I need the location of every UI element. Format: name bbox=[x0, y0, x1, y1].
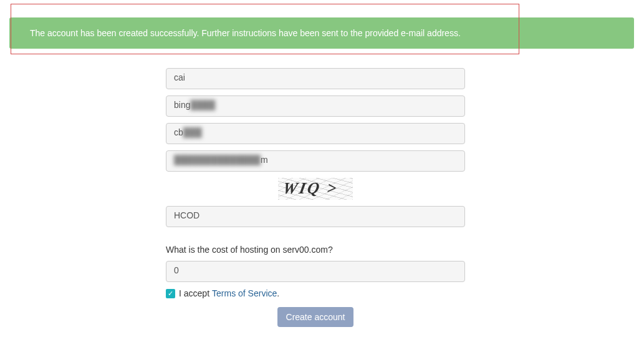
username-visible: cb bbox=[174, 127, 183, 137]
accept-text: I accept bbox=[179, 288, 209, 298]
tos-link[interactable]: Terms of Service bbox=[212, 288, 277, 298]
email-input[interactable]: ██████████████m bbox=[166, 150, 465, 172]
captcha-display-text: WIQ > bbox=[281, 179, 340, 198]
last-name-visible: bing bbox=[174, 100, 190, 110]
alert-highlight-box bbox=[11, 4, 519, 54]
security-answer-input[interactable]: 0 bbox=[166, 261, 465, 282]
first-name-value: cai bbox=[174, 72, 185, 82]
last-name-input[interactable]: bing████ bbox=[166, 95, 465, 117]
last-name-blurred: ████ bbox=[190, 100, 215, 110]
signup-form: cai bing████ cb███ ██████████████m WIQ >… bbox=[166, 68, 465, 327]
captcha-input[interactable]: HCOD bbox=[166, 206, 465, 227]
username-blurred: ███ bbox=[183, 127, 202, 137]
first-name-input[interactable]: cai bbox=[166, 68, 465, 89]
username-input[interactable]: cb███ bbox=[166, 123, 465, 144]
create-account-button[interactable]: Create account bbox=[277, 307, 354, 327]
captcha-input-value: HCOD bbox=[174, 210, 199, 220]
security-question-label: What is the cost of hosting on serv00.co… bbox=[166, 245, 465, 255]
email-blurred: ██████████████ bbox=[174, 155, 261, 165]
security-answer-value: 0 bbox=[174, 265, 179, 275]
tos-checkbox-row: ✓ I accept Terms of Service. bbox=[166, 288, 465, 298]
tos-checkbox[interactable]: ✓ bbox=[166, 289, 175, 298]
email-suffix: m bbox=[261, 155, 268, 165]
captcha-image: WIQ > bbox=[278, 178, 353, 200]
tos-period: . bbox=[277, 288, 279, 298]
